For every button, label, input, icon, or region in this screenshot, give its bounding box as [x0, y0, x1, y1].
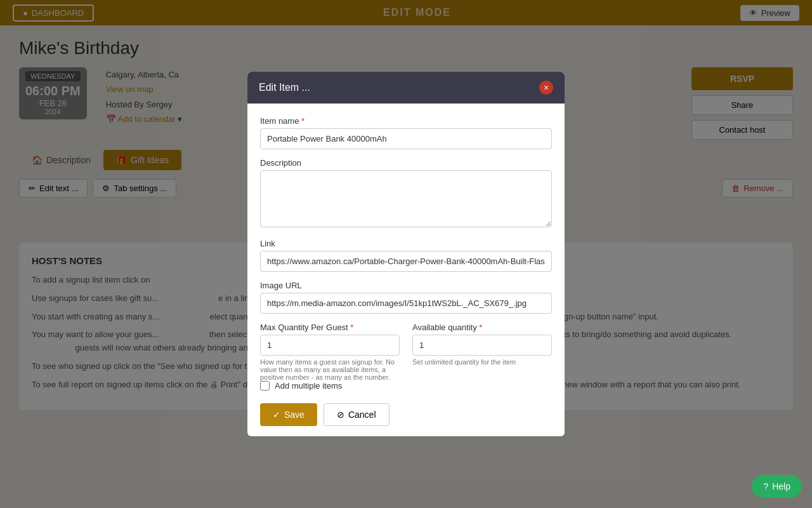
- help-button[interactable]: ? Help: [752, 475, 802, 498]
- image-url-label: Image URL: [260, 281, 552, 290]
- link-label: Link: [260, 239, 552, 248]
- modal-title: Edit Item ...: [259, 82, 310, 93]
- add-multiple-label: Add multiple items: [275, 381, 342, 391]
- modal-footer: ✓ Save ⊘ Cancel: [260, 401, 552, 426]
- cancel-icon: ⊘: [337, 410, 344, 420]
- modal-close-button[interactable]: ×: [539, 81, 553, 95]
- item-name-input[interactable]: [260, 128, 552, 149]
- required-star: *: [301, 116, 304, 126]
- link-group: Link: [260, 239, 552, 272]
- max-qty-group: Max Quantity Per Guest * How many items …: [260, 323, 400, 381]
- description-textarea[interactable]: [260, 170, 552, 227]
- available-qty-input[interactable]: [412, 335, 552, 356]
- cancel-label: Cancel: [348, 410, 376, 420]
- help-label: Help: [772, 481, 790, 491]
- check-icon: ✓: [273, 410, 280, 420]
- item-name-group: Item name *: [260, 116, 552, 149]
- description-group: Description: [260, 158, 552, 230]
- save-label: Save: [284, 410, 304, 420]
- cancel-button[interactable]: ⊘ Cancel: [324, 403, 390, 426]
- image-url-group: Image URL: [260, 281, 552, 314]
- max-qty-hint: How many items a guest can signup for. N…: [260, 358, 400, 381]
- save-button[interactable]: ✓ Save: [260, 403, 317, 426]
- available-qty-label: Available quantity *: [412, 323, 552, 332]
- add-multiple-checkbox[interactable]: [260, 381, 270, 391]
- question-icon: ?: [763, 481, 768, 491]
- modal-header: Edit Item ... ×: [247, 72, 565, 104]
- image-url-input[interactable]: [260, 293, 552, 314]
- qty-row: Max Quantity Per Guest * How many items …: [260, 323, 552, 381]
- available-qty-hint: Set unlimited quantity for the item: [412, 358, 552, 366]
- close-icon: ×: [544, 83, 549, 93]
- link-input[interactable]: [260, 251, 552, 272]
- modal-overlay: Edit Item ... × Item name * Description …: [0, 0, 812, 508]
- description-label: Description: [260, 158, 552, 168]
- item-name-label: Item name *: [260, 116, 552, 126]
- max-qty-label: Max Quantity Per Guest *: [260, 323, 400, 332]
- available-qty-group: Available quantity * Set unlimited quant…: [412, 323, 552, 381]
- max-qty-input[interactable]: [260, 335, 400, 356]
- add-multiple-row: Add multiple items: [260, 381, 552, 391]
- modal-body: Item name * Description Link Image URL: [247, 104, 565, 436]
- edit-item-modal: Edit Item ... × Item name * Description …: [247, 72, 565, 436]
